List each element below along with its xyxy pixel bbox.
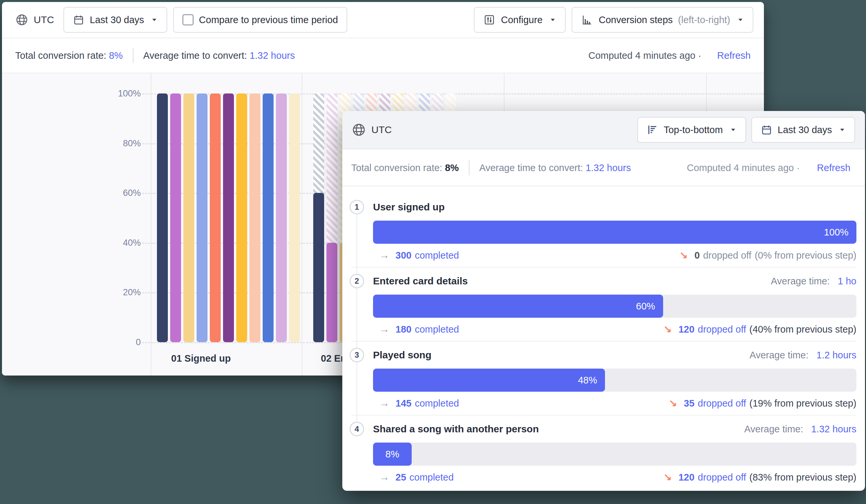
completed-label[interactable]: completed [415, 250, 459, 261]
dropped-off-group[interactable]: ↘ 120 dropped off (40% from previous ste… [663, 323, 856, 336]
refresh-link[interactable]: Refresh [717, 50, 751, 61]
funnel-bar[interactable] [184, 93, 194, 342]
calendar-icon [73, 14, 85, 26]
dropped-count: 120 [678, 324, 694, 335]
dropped-count: 0 [695, 250, 700, 261]
computed-text: Computed 4 minutes ago · [588, 50, 701, 61]
step-average-time: Average time: 1.32 hours [744, 424, 856, 435]
y-axis-tick-label: 60% [88, 188, 141, 198]
y-axis-tick-label: 80% [88, 138, 141, 148]
step-percent-label: 8% [386, 449, 399, 460]
funnel-bar[interactable] [197, 93, 208, 342]
divider [469, 160, 469, 175]
step-bar-fill[interactable]: 60% [373, 295, 663, 318]
funnel-bar[interactable] [326, 243, 337, 342]
step-number-badge: 4 [349, 422, 364, 436]
step-order-button[interactable]: Top-to-bottom [637, 117, 746, 143]
funnel-bar[interactable] [223, 93, 234, 342]
step-number-badge: 2 [349, 274, 364, 288]
step-bar-fill[interactable]: 100% [373, 221, 856, 244]
timezone-indicator[interactable]: UTC [352, 123, 392, 137]
funnel-step-row: 4 Shared a song with another person Aver… [351, 415, 856, 490]
y-axis-tick-label: 0 [88, 337, 141, 347]
funnel-bar[interactable] [276, 93, 287, 342]
step-number-badge: 3 [349, 348, 364, 362]
date-range-button[interactable]: Last 30 days [751, 117, 855, 143]
timezone-label: UTC [34, 14, 54, 25]
funnel-bar[interactable] [236, 93, 247, 342]
funnel-step-row: 2 Entered card details Average time: 1 h… [351, 268, 856, 341]
dropped-off-group[interactable]: ↘ 0 dropped off (0% from previous step) [679, 249, 856, 261]
view-mode-label: Conversion steps [599, 14, 673, 25]
total-conversion-label: Total conversion rate: [15, 50, 107, 61]
dropped-label: dropped off [703, 250, 751, 261]
sliders-icon [483, 13, 496, 26]
globe-icon [15, 13, 29, 26]
divider [133, 48, 133, 63]
right-arrow-icon: → [379, 471, 390, 483]
completed-count[interactable]: 25 [396, 472, 406, 483]
refresh-link[interactable]: Refresh [817, 163, 851, 173]
dropped-count: 120 [678, 472, 694, 483]
computed-text: Computed 4 minutes ago · [687, 163, 800, 173]
funnel-bar[interactable] [263, 93, 274, 342]
right-arrow-icon: → [379, 323, 390, 335]
dropped-off-group[interactable]: ↘ 35 dropped off (19% from previous step… [669, 397, 856, 410]
right-arrow-icon: → [379, 249, 390, 261]
average-time-value: 1 ho [838, 276, 856, 286]
step-bar-track: 8% [373, 443, 856, 466]
bar-chart-icon [581, 13, 593, 26]
date-range-button[interactable]: Last 30 days [64, 7, 167, 33]
funnel-step-row: 3 Played song Average time: 1.2 hours 48… [351, 341, 856, 415]
funnel-bar[interactable] [157, 93, 168, 342]
chevron-down-icon [151, 16, 158, 23]
completed-count[interactable]: 180 [396, 324, 411, 335]
step-bar-fill[interactable]: 8% [373, 443, 412, 466]
step-number: 4 [355, 424, 359, 434]
funnel-step-row: 1 User signed up 100% → 300 completed [351, 193, 856, 268]
completed-count[interactable]: 300 [396, 250, 411, 261]
funnel-bar[interactable] [313, 193, 324, 342]
average-time-label: Average time: [744, 424, 803, 434]
dropped-detail: (40% from previous step) [750, 324, 856, 335]
drop-arrow-icon: ↘ [679, 249, 688, 261]
completed-count[interactable]: 145 [396, 398, 411, 409]
chevron-down-icon [730, 126, 737, 133]
drop-arrow-icon: ↘ [669, 397, 677, 410]
completed-label[interactable]: completed [415, 324, 459, 335]
compare-label: Compare to previous time period [199, 14, 338, 25]
step-bar-fill[interactable]: 48% [373, 369, 605, 392]
globe-icon [352, 123, 366, 137]
step-average-time: Average time: 1 ho [771, 276, 856, 287]
dropped-off-group[interactable]: ↘ 120 dropped off (83% from previous ste… [663, 471, 856, 483]
x-axis-category-label: 01 Signed up [171, 353, 231, 364]
funnel-bar[interactable] [170, 93, 181, 342]
funnel-bar[interactable] [210, 93, 221, 342]
dropped-detail: (83% from previous step) [750, 472, 856, 483]
step-percent-label: 100% [824, 227, 856, 238]
step-bar-track: 48% [373, 369, 856, 392]
avg-time-label: Average time to convert: [479, 163, 583, 173]
average-time-label: Average time: [750, 350, 809, 360]
step-name: User signed up [373, 201, 445, 213]
completed-label[interactable]: completed [415, 398, 459, 409]
completed-label[interactable]: completed [409, 472, 454, 483]
timezone-indicator[interactable]: UTC [15, 13, 54, 26]
y-axis-tick-label: 100% [88, 89, 141, 99]
funnel-bar[interactable] [289, 93, 300, 342]
configure-button[interactable]: Configure [474, 7, 566, 33]
compare-checkbox[interactable] [182, 14, 193, 25]
average-time-value: 1.32 hours [811, 424, 856, 434]
column-divider [151, 73, 151, 376]
step-number: 3 [355, 350, 359, 360]
dropped-label: dropped off [698, 472, 746, 483]
compare-toggle-button[interactable]: Compare to previous time period [173, 7, 347, 33]
funnel-bar[interactable] [249, 93, 260, 342]
front-header: UTC Top-to-bottom Last 30 d [342, 111, 865, 149]
timezone-label: UTC [371, 124, 392, 135]
total-conversion-value: 8% [109, 50, 123, 61]
chevron-down-icon [549, 16, 556, 23]
chevron-down-icon [839, 126, 846, 133]
view-mode-button[interactable]: Conversion steps (left-to-right) [571, 7, 753, 33]
dropped-label: dropped off [698, 324, 746, 335]
